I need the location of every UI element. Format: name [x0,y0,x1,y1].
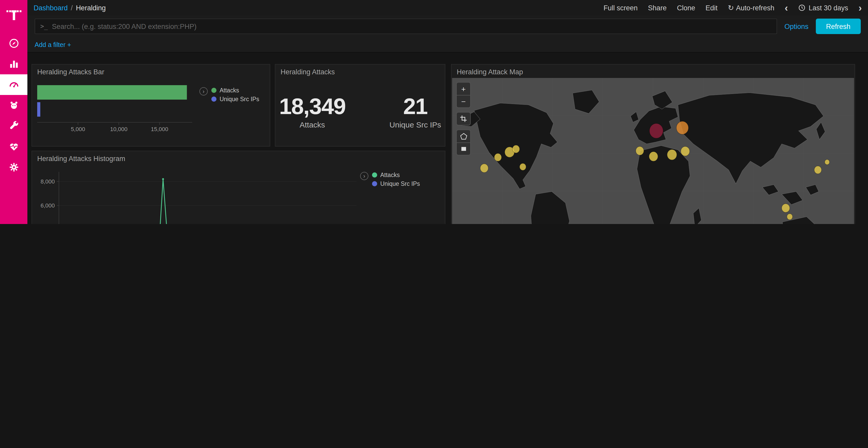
legend-label: Unique Src IPs [220,96,259,102]
world-map-canvas [452,78,854,224]
metric-value: 21 [390,93,441,119]
sidebar-item-monitoring[interactable] [0,136,27,157]
telekom-logo[interactable] [5,6,23,24]
add-filter-link[interactable]: Add a filter + [35,41,71,48]
legend-label: Unique Src IPs [380,181,420,187]
map-draw-polygon-button[interactable] [457,130,470,142]
world-map[interactable]: + − [452,78,854,224]
breadcrumb-separator: / [71,4,73,12]
metric-attacks: 18,349 Attacks [279,93,345,129]
svg-text:5,000: 5,000 [71,126,85,132]
heartbeat-icon [8,141,20,152]
time-forward-button[interactable]: › [859,3,862,13]
sidebar-item-management[interactable] [0,157,27,177]
legend-item[interactable]: Unique Src IPs [211,96,259,102]
terminal-prompt-icon: >_ [40,23,48,30]
gauge-icon [8,79,20,90]
bar-chart-icon [8,58,20,70]
search-box[interactable]: >_ [35,19,777,34]
time-back-button[interactable]: ‹ [785,3,788,13]
sidebar-item-devtools[interactable] [0,115,27,136]
auto-refresh-button[interactable]: ↻Auto-refresh [728,4,774,12]
legend-dot [211,97,216,102]
legend-dot [211,88,216,93]
panel-attacks-histogram: Heralding Attacks Histogram 02,0004,0006… [32,151,445,224]
sidebar-nav [0,33,27,177]
clone-button[interactable]: Clone [677,4,695,12]
breadcrumb-current: Heralding [76,4,106,12]
svg-text:15,000: 15,000 [151,126,168,132]
crop-icon [460,115,467,122]
svg-text:8,000: 8,000 [40,178,55,185]
compass-icon [8,38,20,49]
legend-toggle-button[interactable]: › [360,172,368,180]
time-range-label: Last 30 days [809,4,848,12]
metric-unique-src-ips: 21 Unique Src IPs [390,93,441,129]
legend-toggle-button[interactable]: › [199,87,208,96]
breadcrumb: Dashboard / Heralding [34,4,106,12]
sidebar-item-honeypot[interactable] [0,95,27,115]
chart-legend: › AttacksUnique Src IPs [360,172,442,187]
legend-item[interactable]: Attacks [372,172,420,178]
map-controls: + − [456,82,471,156]
clock-icon [798,4,805,11]
telekom-t-icon [5,7,22,23]
kibana-dashboard-app: « Dashboard / Heralding Full screen Shar… [0,0,868,224]
sidebar-item-discover[interactable] [0,33,27,54]
map-zoom-out-button[interactable]: − [457,95,470,107]
panel-attack-map: Heralding Attack Map [451,64,855,224]
legend-item[interactable]: Attacks [211,87,259,94]
legend-label: Attacks [380,172,400,178]
panel-title: Heralding Attack Map [452,65,855,78]
panel-title: Heralding Attacks [275,65,445,78]
chart-legend: › AttacksUnique Src IPs [199,87,259,102]
legend-dot [372,181,377,186]
search-input[interactable] [52,23,771,30]
edit-button[interactable]: Edit [706,4,718,12]
svg-text:10,000: 10,000 [110,126,127,132]
svg-text:6,000: 6,000 [40,202,55,209]
polygon-icon [460,132,467,140]
panel-title: Heralding Attacks Histogram [32,151,445,165]
query-bar: >_ Options Refresh [27,15,868,37]
legend-label: Attacks [220,87,239,94]
refresh-cycle-icon: ↻ [728,4,734,12]
time-range-picker[interactable]: Last 30 days [798,4,848,12]
rectangle-icon [460,145,467,153]
attacks-histogram-chart: 02,0004,0006,0008,0002018-10-28 02:00201… [32,165,361,224]
panel-attacks-metric: Heralding Attacks 18,349 Attacks 21 Uniq… [275,64,445,146]
legend-item[interactable]: Unique Src IPs [372,181,420,187]
filter-bar: Add a filter + [27,37,868,53]
metric-label: Attacks [279,120,345,129]
attacks-bar-chart: 5,00010,00015,000 [35,80,196,138]
refresh-button[interactable]: Refresh [815,19,861,34]
metric-value: 18,349 [279,93,345,119]
map-draw-rectangle-button[interactable] [457,142,470,155]
metric-label: Unique Src IPs [390,120,441,129]
gear-icon [8,162,20,173]
query-options-link[interactable]: Options [784,23,808,30]
bug-icon [8,100,20,111]
share-button[interactable]: Share [648,4,666,12]
landmasses [459,90,833,224]
sidebar-item-visualize[interactable] [0,54,27,74]
sidebar: « [0,0,27,224]
sidebar-item-dashboard[interactable] [0,74,27,95]
dashboard-grid: Heralding Attacks Bar 5,00010,00015,000 … [27,53,868,224]
panel-title: Heralding Attacks Bar [32,65,270,78]
map-zoom-in-button[interactable]: + [457,82,470,95]
breadcrumb-dashboard-link[interactable]: Dashboard [34,4,68,12]
map-fit-bounds-button[interactable] [457,112,470,125]
panel-attacks-bar: Heralding Attacks Bar 5,00010,00015,000 … [32,64,270,146]
top-navigation-bar: Dashboard / Heralding Full screen Share … [27,0,868,15]
legend-dot [372,172,377,177]
fullscreen-button[interactable]: Full screen [603,4,638,12]
wrench-icon [8,120,20,132]
dashboard-menu: Full screen Share Clone Edit ↻Auto-refre… [603,3,862,13]
metric-group: 18,349 Attacks 21 Unique Src IPs [275,78,445,144]
